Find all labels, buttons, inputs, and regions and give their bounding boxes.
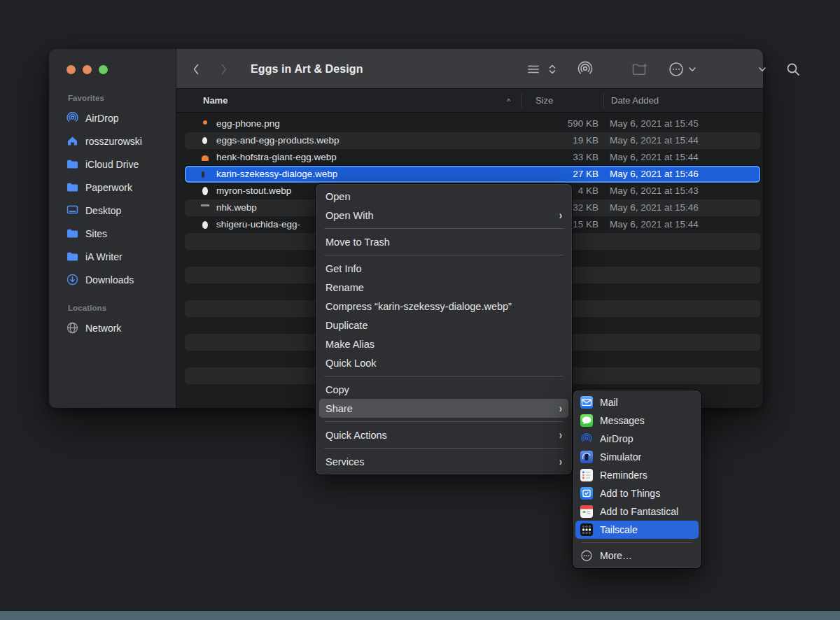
menu-item-make-alias[interactable]: Make Alias	[316, 334, 572, 353]
file-date-added: May 6, 2021 at 15:44	[610, 149, 699, 166]
column-divider[interactable]	[522, 94, 522, 108]
new-folder-button[interactable]	[631, 49, 648, 89]
share-submenu: MailMessagesAirDropSimulatorRemindersAdd…	[573, 390, 701, 569]
folder-icon	[66, 181, 79, 194]
sidebar-item-label: Downloads	[85, 274, 134, 286]
share-item-tailscale[interactable]: Tailscale	[575, 521, 699, 539]
menu-item-rename[interactable]: Rename	[316, 278, 572, 297]
menu-item-services[interactable]: Services›	[316, 452, 572, 471]
sidebar-item-desktop[interactable]: Desktop	[49, 199, 176, 222]
share-item-label: Reminders	[600, 470, 648, 481]
menu-separator	[324, 376, 564, 376]
menu-item-label: Services	[326, 456, 559, 467]
sidebar-item-label: iCloud Drive	[85, 159, 139, 170]
download-icon	[66, 273, 79, 286]
close-button[interactable]	[66, 65, 76, 74]
share-item-add-to-things[interactable]: Add to Things	[573, 484, 701, 502]
sidebar-item-downloads[interactable]: Downloads	[49, 268, 176, 291]
new-folder-icon	[631, 62, 648, 76]
file-thumbnail-icon	[200, 219, 211, 230]
menu-separator	[324, 228, 564, 229]
menu-item-compress-karin-szekessy-dialoge-webp[interactable]: Compress “karin-szekessy-dialoge.webp”	[316, 297, 572, 316]
sidebar-item-ia-writer[interactable]: iA Writer	[49, 245, 176, 268]
column-divider[interactable]	[603, 94, 604, 108]
sidebar-item-label: Desktop	[85, 205, 121, 216]
sidebar-item-sites[interactable]: Sites	[49, 222, 176, 245]
back-chevron-icon	[192, 62, 200, 76]
forward-chevron-icon	[220, 62, 228, 76]
share-item-simulator[interactable]: Simulator	[573, 448, 701, 466]
fantastical-app-icon	[580, 505, 593, 518]
file-row[interactable]: eggs-and-egg-products.webp19 KBMay 6, 20…	[185, 132, 760, 149]
menu-item-quick-look[interactable]: Quick Look	[316, 353, 572, 372]
sidebar-section-header: Locations	[49, 300, 176, 316]
file-row[interactable]: henk-hofstra-giant-egg.webp33 KBMay 6, 2…	[185, 149, 760, 166]
share-item-reminders[interactable]: Reminders	[573, 466, 701, 484]
file-name: eggs-and-egg-products.webp	[216, 132, 340, 149]
sidebar-item-rosszurowski[interactable]: rosszurowski	[49, 129, 176, 153]
actions-menu-chevron[interactable]	[687, 49, 697, 89]
sidebar-item-label: AirDrop	[85, 113, 118, 124]
share-item-airdrop[interactable]: AirDrop	[573, 430, 701, 448]
menu-item-label: Duplicate	[326, 320, 562, 331]
home-icon	[66, 134, 79, 148]
view-stepper[interactable]	[548, 49, 556, 89]
menu-item-label: Share	[326, 403, 559, 414]
updown-chevrons-icon	[548, 62, 556, 76]
toolbar: Eggs in Art & Design	[176, 49, 763, 89]
airdrop-button[interactable]	[577, 49, 594, 89]
file-name: nhk.webp	[216, 199, 257, 216]
file-thumbnail-icon	[200, 169, 211, 180]
window-title: Eggs in Art & Design	[251, 49, 363, 89]
column-header-size[interactable]: Size	[536, 89, 553, 113]
menu-item-copy[interactable]: Copy	[316, 380, 572, 399]
menu-item-label: Open	[326, 191, 562, 202]
zoom-button[interactable]	[99, 65, 108, 74]
sidebar-item-label: rosszurowski	[85, 136, 142, 147]
chevron-down-icon	[757, 66, 767, 73]
menu-item-open-with[interactable]: Open With›	[316, 206, 572, 225]
airdrop-sb-icon	[66, 111, 79, 125]
column-header-date-added[interactable]: Date Added	[611, 89, 659, 113]
file-name: karin-szekessy-dialoge.webp	[216, 167, 337, 184]
back-button[interactable]	[192, 49, 200, 89]
sidebar-section-gap	[49, 291, 176, 300]
menu-item-open[interactable]: Open	[316, 187, 572, 206]
sidebar-item-airdrop[interactable]: AirDrop	[49, 106, 176, 129]
share-item-more[interactable]: More…	[573, 547, 701, 565]
share-item-mail[interactable]: Mail	[573, 393, 701, 411]
file-date-added: May 6, 2021 at 15:46	[610, 199, 699, 216]
file-date-added: May 6, 2021 at 15:43	[610, 183, 699, 199]
minimize-button[interactable]	[83, 65, 92, 74]
toolbar-overflow-button[interactable]	[757, 49, 767, 89]
menu-item-label: Move to Trash	[326, 237, 562, 248]
menu-item-get-info[interactable]: Get Info	[316, 259, 572, 278]
airdrop-app-app-icon	[580, 432, 593, 445]
column-header-name[interactable]: Name	[203, 89, 227, 113]
menu-item-share[interactable]: Share›	[319, 399, 568, 418]
mail-app-icon	[580, 396, 593, 409]
share-item-messages[interactable]: Messages	[573, 411, 701, 430]
file-date-added: May 6, 2021 at 15:46	[610, 167, 699, 184]
menu-separator	[324, 448, 564, 449]
menu-item-quick-actions[interactable]: Quick Actions›	[316, 425, 572, 444]
menu-item-duplicate[interactable]: Duplicate	[316, 316, 572, 334]
sidebar-item-network[interactable]: Network	[49, 316, 176, 339]
file-thumbnail-icon	[200, 185, 211, 197]
menu-item-label: Copy	[326, 384, 562, 395]
file-row[interactable]: egg-phone.png590 KBMay 6, 2021 at 15:45	[185, 115, 760, 132]
share-item-label: Add to Things	[600, 488, 660, 499]
sidebar-item-icloud-drive[interactable]: iCloud Drive	[49, 153, 176, 176]
search-button[interactable]	[785, 49, 801, 89]
menu-item-label: Open With	[326, 210, 559, 221]
airdrop-icon	[577, 61, 594, 78]
sidebar-item-paperwork[interactable]: Paperwork	[49, 176, 176, 199]
share-item-label: Messages	[600, 415, 645, 426]
actions-menu-button[interactable]	[668, 49, 685, 89]
file-size: 32 KB	[573, 199, 598, 216]
view-mode-button[interactable]	[526, 49, 540, 89]
share-item-add-to-fantastical[interactable]: Add to Fantastical	[573, 502, 701, 521]
forward-button[interactable]	[220, 49, 228, 89]
file-row[interactable]: karin-szekessy-dialoge.webp27 KBMay 6, 2…	[185, 166, 760, 183]
menu-item-move-to-trash[interactable]: Move to Trash	[316, 232, 572, 251]
